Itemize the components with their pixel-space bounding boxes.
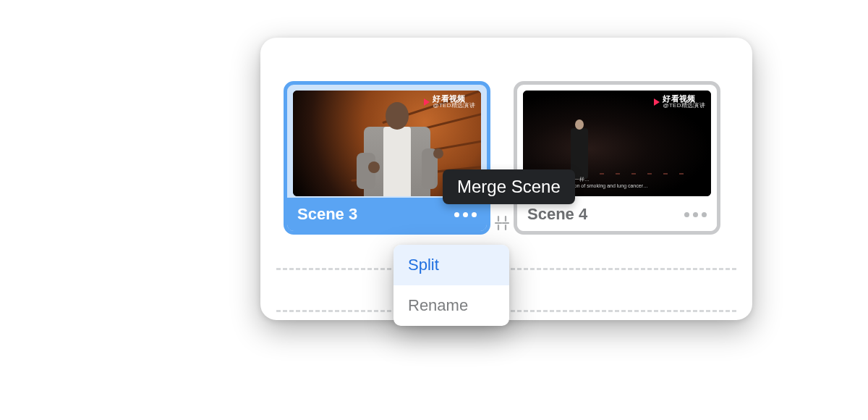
scene-card-4[interactable]: 好看视频 @TED精选演讲 吸烟导致肺癌的关系一样… as with the a… [514,81,720,235]
video-source-logo: 好看视频 @TED精选演讲 [654,95,705,109]
play-triangle-icon [654,98,660,106]
logo-text-bot: @TED精选演讲 [663,103,705,109]
speaker-figure [336,96,452,196]
scene-context-menu[interactable]: Split Rename [393,245,509,326]
speaker-figure [566,119,592,177]
more-options-icon[interactable] [684,212,707,217]
more-options-icon[interactable] [454,212,477,217]
merge-tooltip: Merge Scene [443,169,575,204]
menu-item-split[interactable]: Split [393,245,509,285]
merge-handle-icon[interactable] [493,214,511,232]
menu-item-rename[interactable]: Rename [393,285,509,326]
scene-label: Scene 4 [527,205,587,224]
scenes-row: 好看视频 @TED精选演讲 Scene 3 [284,81,729,235]
scene-label: Scene 3 [297,205,357,224]
scene-card-3[interactable]: 好看视频 @TED精选演讲 Scene 3 [284,81,490,235]
